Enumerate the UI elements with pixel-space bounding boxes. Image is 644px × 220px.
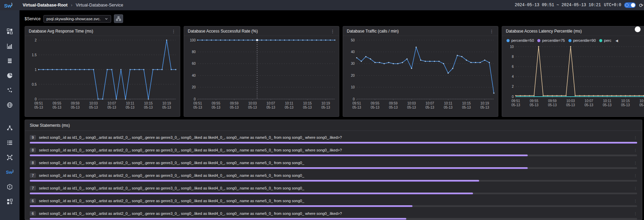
chart-traffic[interactable]: 5040302010009:5105-1309:5505-1309:5905-1… xyxy=(343,36,498,115)
svg-text:10:0705-13: 10:0705-13 xyxy=(425,101,434,109)
svg-text:10:0705-13: 10:0705-13 xyxy=(266,101,275,109)
latency-badge: 8 xyxy=(30,160,36,165)
clock-icon xyxy=(625,3,629,7)
slow-statement-row[interactable]: 7select song0_.id as id1_0_, song0_.arti… xyxy=(30,185,637,194)
kebab-menu-icon[interactable]: ⋮ xyxy=(634,161,637,165)
slow-statement-row[interactable]: 9select song0_.id as id1_0_, song0_.arti… xyxy=(30,135,637,144)
kebab-menu-icon[interactable]: ⋮ xyxy=(634,199,637,203)
kebab-menu-icon[interactable]: ⋮ xyxy=(330,29,336,34)
service-select[interactable]: psql.skywalking-showcase.svc. xyxy=(43,15,111,23)
refresh-icon[interactable]: ⟳ xyxy=(639,3,643,8)
slow-statements-panel: Slow Statements (ms) 9select song0_.id a… xyxy=(25,120,642,220)
toggle-knob xyxy=(631,3,635,7)
slow-statement-row[interactable]: 8select song0_.id as id1_0_, song0_.arti… xyxy=(30,160,637,169)
chart-latency-percentile[interactable]: 108642009:5105-1309:5505-1309:5905-1310:… xyxy=(502,42,644,112)
panel-title-avg-response-time: Database Avg Response Time (ms) xyxy=(29,29,93,34)
latency-badge: 7 xyxy=(30,186,36,191)
network-icon xyxy=(6,154,13,161)
skywalking-dashboard: Sw) Virtual-Database-Root › Virtual-Data… xyxy=(0,0,644,220)
breadcrumb-separator-icon: › xyxy=(71,3,72,8)
auto-refresh-toggle[interactable] xyxy=(624,2,636,8)
kebab-menu-icon[interactable]: ⋮ xyxy=(634,212,637,216)
svg-text:10:1905-13: 10:1905-13 xyxy=(639,99,644,107)
sidebar-item-topology[interactable] xyxy=(0,121,19,135)
svg-text:09:5505-13: 09:5505-13 xyxy=(371,101,380,109)
chart-success-rate[interactable]: 10080604020009:5105-1309:5505-1309:5905-… xyxy=(184,36,339,115)
sidebar-item-pie-chart[interactable] xyxy=(0,68,19,83)
svg-text:10:0305-13: 10:0305-13 xyxy=(89,101,98,109)
skywalking-logo-icon[interactable]: Sw) xyxy=(4,2,12,9)
sidebar-item-alert[interactable] xyxy=(0,180,19,194)
svg-text:10:1505-13: 10:1505-13 xyxy=(462,101,471,109)
service-topology-button[interactable] xyxy=(114,14,123,23)
legend-item[interactable]: percentile=50 xyxy=(507,38,534,42)
kebab-menu-icon[interactable]: ⋮ xyxy=(634,148,637,152)
filter-toggle-knob[interactable] xyxy=(635,26,641,32)
panel-header: Database Avg Response Time (ms)⋮ xyxy=(25,26,180,36)
kebab-menu-icon[interactable]: ⋮ xyxy=(634,174,637,178)
kebab-menu-icon[interactable]: ⋮ xyxy=(634,186,637,190)
sidebar-item-database[interactable] xyxy=(0,53,19,68)
alert-icon xyxy=(6,184,13,190)
latency-bar-fill xyxy=(30,167,528,169)
svg-text:2: 2 xyxy=(512,85,514,88)
latency-bar-track xyxy=(30,193,637,194)
svg-text:80: 80 xyxy=(192,50,196,54)
breadcrumb-service[interactable]: Virtual-Database-Service xyxy=(76,3,123,8)
svg-text:10:0305-13: 10:0305-13 xyxy=(566,99,575,107)
latency-bar-fill xyxy=(30,205,412,207)
legend-scroll-left-icon[interactable]: ◀ xyxy=(615,39,618,42)
chart-legend: percentile=50percentile=75percentile=90p… xyxy=(502,36,644,42)
panel-header: Database Access Latency Percentile (ms)⋮ xyxy=(502,26,644,36)
legend-item[interactable]: perc xyxy=(599,38,611,42)
slow-statement-row[interactable]: 8select song0_.id as id1_0_, song0_.arti… xyxy=(30,147,637,156)
time-range-picker[interactable]: 2024-05-13 09:51 ~ 2024-05-13 10:21 xyxy=(515,3,601,8)
slow-statements-title: Slow Statements (ms) xyxy=(25,120,642,131)
timezone-label: UTC+0:0 xyxy=(604,3,621,8)
latency-badge: 9 xyxy=(30,135,36,140)
svg-text:10:1505-13: 10:1505-13 xyxy=(144,101,153,109)
sidebar-item-list[interactable] xyxy=(0,135,19,150)
latency-bar-track xyxy=(30,155,637,156)
charts-row: Database Avg Response Time (ms)⋮21.510.5… xyxy=(25,26,644,117)
svg-text:10: 10 xyxy=(351,85,355,89)
list-icon xyxy=(6,139,13,146)
panel-title-latency-percentile: Database Access Latency Percentile (ms) xyxy=(506,29,582,34)
sidebar-nav: Sw) xyxy=(0,10,19,220)
latency-bar-fill xyxy=(30,218,406,220)
grid-plus-icon xyxy=(6,198,13,205)
sidebar-item-bar-chart[interactable] xyxy=(0,39,19,53)
sidebar-item-skywalking[interactable]: Sw) xyxy=(0,165,19,180)
svg-text:10:1905-13: 10:1905-13 xyxy=(480,101,489,109)
sql-statement-text: select song0_.id as id1_0_, song0_.artis… xyxy=(39,161,631,165)
kebab-menu-icon[interactable]: ⋮ xyxy=(489,29,495,34)
kebab-menu-icon[interactable]: ⋮ xyxy=(634,136,637,139)
slow-statement-row[interactable]: 7select song0_.id as id1_0_, song0_.arti… xyxy=(30,173,637,182)
svg-text:40: 40 xyxy=(192,74,196,77)
sidebar-item-scatter[interactable] xyxy=(0,83,19,98)
breadcrumb-root[interactable]: Virtual-Database-Root xyxy=(23,3,67,8)
sidebar-item-globe[interactable] xyxy=(0,98,19,112)
svg-text:0: 0 xyxy=(353,97,355,101)
legend-item[interactable]: percentile=75 xyxy=(537,38,565,42)
latency-badge: 6 xyxy=(30,198,36,203)
latency-bar-track xyxy=(30,180,637,182)
svg-text:10:1905-13: 10:1905-13 xyxy=(321,101,330,109)
sql-statement-text: select song0_.id as id1_0_, song0_.artis… xyxy=(39,211,631,216)
svg-text:10:0705-13: 10:0705-13 xyxy=(107,101,116,109)
kebab-menu-icon[interactable]: ⋮ xyxy=(171,29,176,34)
svg-text:1.5: 1.5 xyxy=(32,53,37,57)
sidebar-item-network[interactable] xyxy=(0,150,19,165)
svg-text:09:5905-13: 09:5905-13 xyxy=(71,101,80,109)
svg-text:09:5105-13: 09:5105-13 xyxy=(352,101,361,109)
latency-bar-track xyxy=(30,218,637,220)
sql-statement-text: select song0_.id as id1_0_, song0_.artis… xyxy=(39,173,631,178)
sitemap-icon xyxy=(116,16,121,21)
legend-item[interactable]: percentile=90 xyxy=(568,38,596,42)
sidebar-item-grid[interactable] xyxy=(0,24,19,39)
chart-avg-response-time[interactable]: 21.510.5009:5105-1309:5505-1309:5905-131… xyxy=(25,36,180,115)
bar-chart-icon xyxy=(6,43,13,49)
sidebar-item-grid-plus[interactable] xyxy=(0,194,19,209)
slow-statement-row[interactable]: 6select song0_.id as id1_0_, song0_.arti… xyxy=(30,211,637,220)
slow-statement-row[interactable]: 6select song0_.id as id1_0_, song0_.arti… xyxy=(30,198,637,207)
